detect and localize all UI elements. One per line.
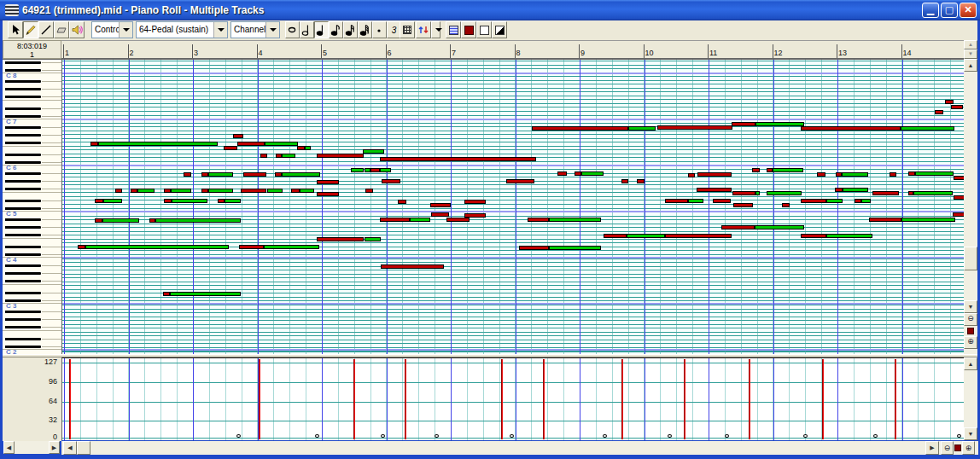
note-green[interactable] — [155, 218, 241, 223]
note-red[interactable] — [951, 105, 963, 109]
scroll-left-button[interactable]: ◀ — [3, 441, 15, 454]
note-green[interactable] — [225, 199, 241, 203]
maximize-button[interactable]: ▢ — [941, 3, 958, 18]
note-red[interactable] — [665, 199, 688, 203]
note-green[interactable] — [826, 199, 843, 203]
note-green[interactable] — [842, 172, 868, 177]
note-red[interactable] — [506, 179, 534, 183]
black-key[interactable] — [5, 80, 41, 83]
close-button[interactable]: ✕ — [960, 3, 977, 18]
note-red[interactable] — [224, 146, 237, 150]
note-red[interactable] — [732, 122, 755, 126]
event-marker[interactable] — [957, 434, 961, 438]
black-key[interactable] — [5, 226, 41, 229]
black-key[interactable] — [5, 142, 41, 144]
note-red[interactable] — [767, 168, 773, 172]
note-red[interactable] — [697, 188, 732, 192]
note-green[interactable] — [767, 191, 802, 195]
note-red[interactable] — [317, 192, 339, 196]
thirty-second-note-button[interactable] — [358, 21, 372, 38]
pedal-event-bar[interactable] — [621, 359, 623, 439]
pedal-event-bar[interactable] — [501, 359, 503, 439]
velocity-grid-button[interactable] — [446, 21, 461, 38]
black-key[interactable] — [5, 311, 41, 313]
note-green[interactable] — [915, 171, 954, 176]
pedal-event-bar[interactable] — [259, 359, 260, 439]
note-green[interactable] — [773, 168, 803, 172]
grid-options-dropdown[interactable] — [431, 21, 440, 38]
note-red[interactable] — [817, 172, 825, 177]
note-red[interactable] — [115, 189, 122, 193]
velocity-vscrollbar[interactable]: ▲ ▼ — [964, 357, 977, 440]
scroll-left-button[interactable]: ◀ — [63, 441, 77, 455]
note-red[interactable] — [621, 179, 628, 183]
note-red[interactable] — [721, 225, 755, 230]
note-red[interactable] — [697, 172, 732, 177]
zoom-out-horizontal-button[interactable]: ⊖ — [941, 441, 954, 455]
note-red[interactable] — [872, 191, 899, 195]
scroll-down-button[interactable]: ▼ — [964, 427, 977, 440]
zoom-in-horizontal-button[interactable]: ⊕ — [962, 441, 975, 455]
chevron-down-icon[interactable] — [119, 22, 132, 38]
pedal-event-bar[interactable] — [684, 359, 685, 439]
black-key[interactable] — [5, 218, 41, 221]
note-red[interactable] — [382, 179, 400, 183]
black-key[interactable] — [5, 180, 41, 183]
note-red[interactable] — [164, 199, 172, 203]
black-key[interactable] — [5, 172, 41, 175]
black-key[interactable] — [5, 264, 41, 267]
note-green[interactable] — [913, 191, 953, 195]
black-key[interactable] — [5, 292, 41, 294]
note-green[interactable] — [351, 168, 364, 172]
note-red[interactable] — [218, 199, 225, 203]
note-green[interactable] — [901, 218, 955, 222]
note-red[interactable] — [890, 172, 896, 177]
note-green[interactable] — [365, 237, 381, 241]
note-green[interactable] — [208, 172, 233, 177]
note-red[interactable] — [381, 264, 444, 269]
note-green[interactable] — [305, 146, 311, 150]
note-red[interactable] — [78, 245, 85, 249]
note-red[interactable] — [604, 234, 627, 238]
black-key[interactable] — [5, 280, 41, 282]
note-red[interactable] — [637, 179, 645, 183]
note-green[interactable] — [688, 199, 703, 203]
note-green[interactable] — [170, 292, 241, 296]
scroll-down-button[interactable]: ▼ — [964, 300, 977, 313]
note-red[interactable] — [732, 191, 755, 195]
event-marker[interactable] — [315, 434, 319, 438]
note-green[interactable] — [172, 199, 207, 203]
note-red[interactable] — [317, 237, 364, 241]
note-red[interactable] — [201, 172, 208, 177]
event-marker[interactable] — [236, 434, 241, 438]
note-red[interactable] — [237, 142, 265, 146]
event-marker[interactable] — [381, 434, 385, 438]
event-marker[interactable] — [803, 434, 808, 438]
red-color-button[interactable] — [461, 21, 476, 38]
pedal-event-bar[interactable] — [749, 359, 750, 439]
select-tool[interactable] — [8, 21, 23, 38]
note-green[interactable] — [98, 142, 218, 146]
piano-keyboard[interactable]: C 8C 7C 6C 5C 4C 3C 2 — [3, 59, 61, 354]
note-green[interactable] — [171, 189, 191, 193]
scroll-right-button[interactable]: ▶ — [49, 441, 60, 454]
note-green[interactable] — [628, 126, 656, 131]
white-color-button[interactable] — [476, 21, 492, 38]
note-green[interactable] — [549, 218, 601, 222]
pedal-event-bar[interactable] — [543, 359, 545, 439]
event-marker[interactable] — [725, 434, 729, 438]
black-key[interactable] — [5, 61, 41, 64]
note-red[interactable] — [164, 189, 171, 193]
note-green[interactable] — [363, 149, 384, 154]
note-red[interactable] — [317, 154, 364, 158]
black-key[interactable] — [5, 126, 41, 129]
note-red[interactable] — [291, 189, 300, 193]
label-hscrollbar[interactable]: ◀ ▶ — [3, 441, 60, 454]
pedal-event-bar[interactable] — [822, 359, 824, 439]
pencil-tool[interactable] — [23, 21, 38, 38]
chevron-down-icon[interactable] — [265, 22, 279, 38]
note-red[interactable] — [528, 218, 549, 222]
note-red[interactable] — [954, 195, 964, 200]
note-red[interactable] — [836, 172, 842, 177]
note-green[interactable] — [300, 189, 314, 193]
